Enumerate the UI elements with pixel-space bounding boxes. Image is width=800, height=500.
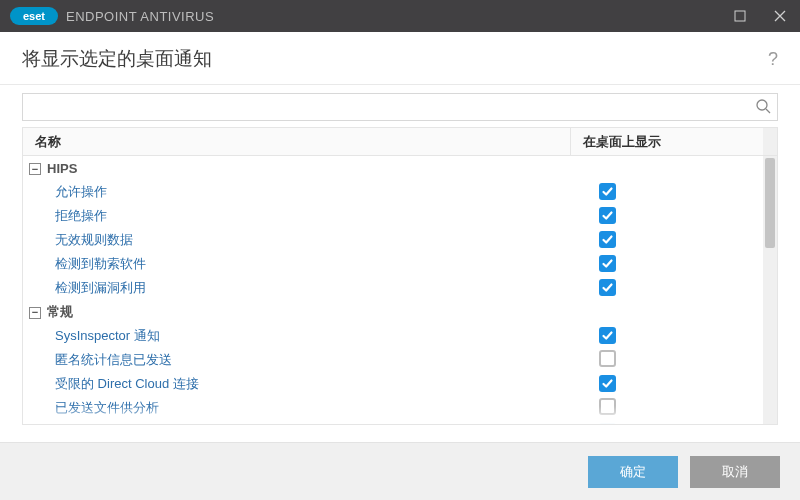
search-box[interactable] xyxy=(22,93,778,121)
table-body: −HIPS允许操作拒绝操作无效规则数据检测到勒索软件检测到漏洞利用−常规SysI… xyxy=(23,156,777,424)
table-row: 允许操作 xyxy=(23,180,777,204)
checkbox-checked-icon[interactable] xyxy=(599,423,616,424)
item-checkbox-cell xyxy=(571,327,777,345)
table-row: 无效规则数据 xyxy=(23,228,777,252)
content-area: 名称 在桌面上显示 −HIPS允许操作拒绝操作无效规则数据检测到勒索软件检测到漏… xyxy=(0,85,800,439)
search-icon[interactable] xyxy=(755,98,771,117)
help-button[interactable]: ? xyxy=(768,49,778,70)
item-checkbox-cell xyxy=(571,255,777,273)
item-checkbox-cell xyxy=(571,350,777,370)
logo-text: eset xyxy=(23,10,45,22)
table-row: 拒绝操作 xyxy=(23,204,777,228)
item-label[interactable]: 匿名统计信息已发送 xyxy=(23,351,571,369)
svg-rect-1 xyxy=(735,11,745,21)
window-minimize-button[interactable] xyxy=(720,0,760,32)
checkbox-checked-icon[interactable] xyxy=(599,207,616,224)
checkbox-unchecked-icon[interactable] xyxy=(599,398,616,415)
checkbox-checked-icon[interactable] xyxy=(599,375,616,392)
item-checkbox-cell xyxy=(571,279,777,297)
product-name: ENDPOINT ANTIVIRUS xyxy=(66,9,214,24)
table-row: 检测到勒索软件 xyxy=(23,252,777,276)
eset-logo: eset xyxy=(10,7,58,25)
table-row: 已发送文件供分析 xyxy=(23,396,777,420)
page-title: 将显示选定的桌面通知 xyxy=(22,46,212,72)
item-label[interactable]: 允许操作 xyxy=(23,183,571,201)
header-scroll-gutter xyxy=(763,128,777,155)
item-label[interactable]: 检测到漏洞利用 xyxy=(23,279,571,297)
item-checkbox-cell xyxy=(571,207,777,225)
collapse-icon[interactable]: − xyxy=(29,163,41,175)
table-row: SysInspector 通知 xyxy=(23,324,777,348)
checkbox-checked-icon[interactable] xyxy=(599,327,616,344)
column-name[interactable]: 名称 xyxy=(23,128,571,155)
cancel-button[interactable]: 取消 xyxy=(690,456,780,488)
checkbox-checked-icon[interactable] xyxy=(599,279,616,296)
group-row: −HIPS xyxy=(23,156,777,180)
svg-line-3 xyxy=(766,109,770,113)
checkbox-checked-icon[interactable] xyxy=(599,255,616,272)
table-row: 受限的 Direct Cloud 连接 xyxy=(23,372,777,396)
group-header[interactable]: −HIPS xyxy=(23,161,571,176)
group-header[interactable]: −常规 xyxy=(23,303,571,321)
scrollbar-thumb[interactable] xyxy=(765,158,775,248)
item-label[interactable]: 拒绝操作 xyxy=(23,207,571,225)
item-checkbox-cell xyxy=(571,183,777,201)
ok-button[interactable]: 确定 xyxy=(588,456,678,488)
group-label: HIPS xyxy=(47,161,77,176)
checkbox-unchecked-icon[interactable] xyxy=(599,350,616,367)
checkbox-checked-icon[interactable] xyxy=(599,231,616,248)
page-header: 将显示选定的桌面通知 ? xyxy=(0,32,800,85)
group-row: −常规 xyxy=(23,300,777,324)
table-row: 匿名统计信息已发送 xyxy=(23,348,777,372)
table-row: 数据已发送至支持部门 xyxy=(23,420,777,424)
window-titlebar: eset ENDPOINT ANTIVIRUS xyxy=(0,0,800,32)
table-header: 名称 在桌面上显示 xyxy=(23,128,777,156)
item-label[interactable]: 无效规则数据 xyxy=(23,231,571,249)
collapse-icon[interactable]: − xyxy=(29,307,41,319)
item-checkbox-cell xyxy=(571,231,777,249)
item-label[interactable]: SysInspector 通知 xyxy=(23,327,571,345)
item-label[interactable]: 受限的 Direct Cloud 连接 xyxy=(23,375,571,393)
svg-point-2 xyxy=(757,100,767,110)
item-checkbox-cell xyxy=(571,375,777,393)
checkbox-checked-icon[interactable] xyxy=(599,183,616,200)
item-label[interactable]: 数据已发送至支持部门 xyxy=(23,423,571,424)
vertical-scrollbar[interactable] xyxy=(763,156,777,424)
item-label[interactable]: 已发送文件供分析 xyxy=(23,399,571,417)
column-show-on-desktop[interactable]: 在桌面上显示 xyxy=(571,128,777,155)
group-label: 常规 xyxy=(47,304,73,319)
dialog-footer: 确定 取消 xyxy=(0,442,800,500)
item-label[interactable]: 检测到勒索软件 xyxy=(23,255,571,273)
item-checkbox-cell xyxy=(571,423,777,424)
item-checkbox-cell xyxy=(571,398,777,418)
search-input[interactable] xyxy=(23,94,777,120)
window-close-button[interactable] xyxy=(760,0,800,32)
table-row: 检测到漏洞利用 xyxy=(23,276,777,300)
notifications-table: 名称 在桌面上显示 −HIPS允许操作拒绝操作无效规则数据检测到勒索软件检测到漏… xyxy=(22,127,778,425)
